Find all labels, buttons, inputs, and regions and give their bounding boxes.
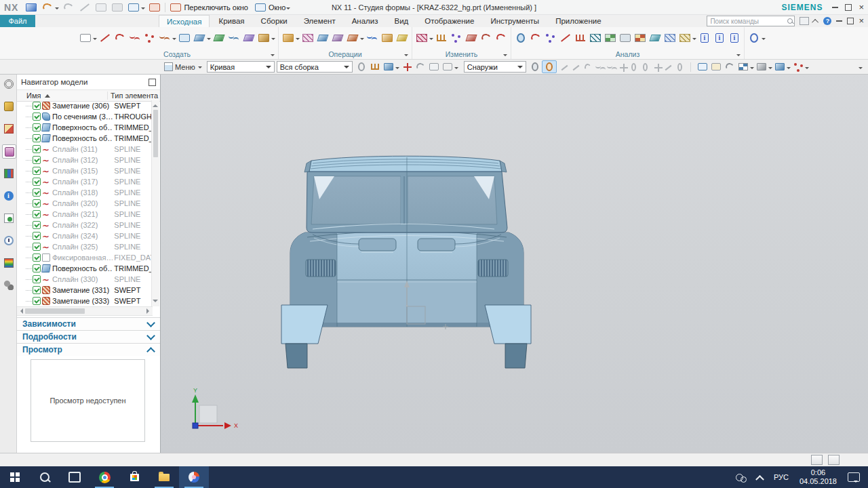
command-search-input[interactable] [707,16,795,26]
ribbon-tab[interactable]: Инструменты [483,15,547,27]
panel-pin-icon[interactable] [149,79,156,86]
more-curves[interactable] [157,31,177,45]
border-bar-overflow[interactable] [859,67,863,71]
visibility-checkbox-icon[interactable] [33,199,41,207]
shell[interactable] [256,31,276,45]
snap-center[interactable] [628,62,639,73]
highlight-window[interactable] [427,61,441,73]
action-center-icon[interactable] [848,472,860,482]
visibility-checkbox-icon[interactable] [33,178,41,186]
arc[interactable] [113,31,127,45]
visibility-checkbox-icon[interactable] [33,264,41,272]
group-dialog-icon[interactable] [503,54,507,58]
shaded-view[interactable] [773,61,791,73]
status-grid-icon[interactable] [811,455,823,465]
measure-line[interactable] [558,31,573,45]
status-window-icon[interactable] [828,455,840,465]
ruled-surface[interactable] [212,31,226,45]
group-dialog-icon[interactable] [404,54,408,58]
datum-plane[interactable] [192,31,212,45]
section-dependencies[interactable]: Зависимости [17,317,161,330]
close-button[interactable]: × [859,4,864,11]
trim-body[interactable] [330,31,345,45]
group-dialog-icon[interactable] [271,54,275,58]
minimize-ribbon-icon[interactable] [812,18,819,25]
face-curvature[interactable] [633,31,648,45]
language-indicator[interactable]: РУС [774,473,789,481]
settings-gear-icon[interactable] [2,77,15,90]
doc-minimize-button[interactable] [836,20,842,22]
save[interactable] [24,1,39,14]
ribbon-tab[interactable]: Кривая [211,15,252,27]
hedgehog[interactable] [573,31,588,45]
snap-arc[interactable] [582,62,593,73]
studio-spline[interactable] [127,31,142,45]
doc-close-button[interactable]: × [859,18,864,24]
group-dialog-icon[interactable] [736,54,741,58]
display-window[interactable] [126,1,146,14]
join[interactable] [281,31,300,45]
process-studio-icon[interactable] [2,234,15,247]
Сплайн (318)[interactable]: Сплайн (318) SPLINE [17,187,153,198]
undo[interactable] [40,1,60,14]
roles-palette-icon[interactable] [2,256,15,269]
deviation-gauge[interactable] [543,31,558,45]
redo[interactable] [61,1,76,14]
visibility-checkbox-icon[interactable] [33,253,41,262]
draft-analysis[interactable] [618,31,633,45]
tray-expand-icon[interactable] [755,474,764,483]
Сплайн (322)[interactable]: Сплайн (322) SPLINE [17,220,153,230]
ribbon-tab[interactable]: Отображение [417,15,481,27]
graphics-viewport[interactable]: Y X [161,75,868,453]
tree-vertical-scrollbar[interactable] [151,100,159,306]
visibility-checkbox-icon[interactable] [33,221,41,229]
Заметание (331)[interactable]: Заметание (331) SWEPT [17,285,153,296]
task-view[interactable] [60,466,90,488]
inside-outside-combo[interactable]: Снаружи [464,61,526,73]
Сплайн (317)[interactable]: Сплайн (317) SPLINE [17,176,153,187]
show-hide[interactable] [791,61,810,73]
Поверхность об…[interactable]: Поверхность об… TRIMMED_SH [17,263,153,274]
visibility-checkbox-icon[interactable] [33,113,41,121]
column-header-type[interactable]: Тип элемента [107,92,160,100]
curvature-comb[interactable] [528,31,543,45]
x-trim[interactable] [345,31,365,45]
deselect-arrow[interactable] [414,61,427,73]
help-icon[interactable]: ? [823,17,831,25]
snap-spline[interactable] [593,62,605,73]
visibility-checkbox-icon[interactable] [33,102,41,110]
visibility-checkbox-icon[interactable] [33,167,41,175]
Сплайн (312)[interactable]: Сплайн (312) SPLINE [17,155,153,165]
info-sheet[interactable] [727,31,742,45]
Сплайн (325)[interactable]: Сплайн (325) SPLINE [17,241,153,252]
zoom-window[interactable] [709,61,723,73]
reflection-map[interactable] [603,31,618,45]
Фиксированная…[interactable]: Фиксированная… FIXED_DATUM [17,252,153,263]
type-filter-combo[interactable]: Кривая [207,61,275,73]
Поверхность об…[interactable]: Поверхность об… TRIMMED_SH [17,122,153,133]
column-header-name[interactable]: Имя [17,92,107,100]
x-form[interactable] [414,31,434,45]
ribbon-tab[interactable]: Анализ [344,15,386,27]
visibility-checkbox-icon[interactable] [33,188,41,197]
reuse-library-icon[interactable] [2,167,15,180]
snap-point-on-curve[interactable] [663,62,674,73]
snap-vertex[interactable] [616,62,628,73]
section-preview[interactable]: Просмотр [17,343,161,356]
gauge-ruler[interactable] [677,31,697,45]
bounded-plane[interactable] [380,31,395,45]
Заметание (306)[interactable]: Заметание (306) SWEPT [17,100,153,111]
explorer-app[interactable] [149,466,179,488]
system-visualization-icon[interactable] [2,279,15,291]
assembly-navigator-icon[interactable] [2,100,15,113]
По сечениям (3…[interactable]: По сечениям (3… THROUGH_C [17,111,153,122]
nx-app[interactable] [179,466,209,488]
restore-button[interactable] [845,4,852,11]
part-navigator-icon[interactable] [2,144,16,159]
zebra-stripes[interactable] [588,31,603,45]
rotate-view[interactable] [723,61,736,73]
edit-pole[interactable] [449,31,464,45]
deform-surface[interactable] [434,31,449,45]
ribbon-tab[interactable]: Сборки [254,15,295,27]
snap-pole[interactable] [605,62,616,73]
